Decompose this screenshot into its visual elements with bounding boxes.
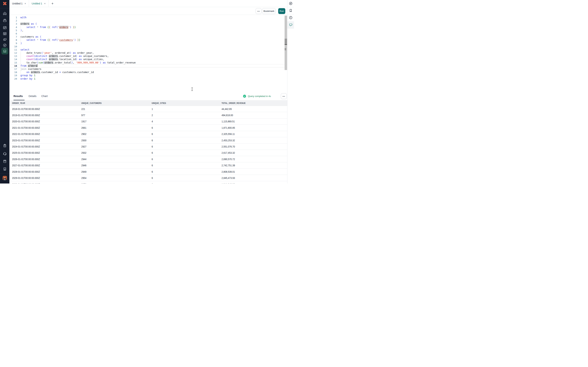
table-cell: 2028-01-01T00:00:00.000Z [12,170,81,173]
results-more-button[interactable]: ••• [281,93,287,99]
code-line-9[interactable]: 9) [9,42,287,45]
home-icon [3,11,7,16]
code-line-4[interactable]: 4 select * from {{ ref('orders') }} [9,25,287,29]
table-row-13[interactable]: 2030-01-01T00:00:00.000Z287961,841,049.3… [9,181,287,184]
sidebar-item-projects[interactable] [0,18,9,23]
dashboard-grid-icon [3,25,7,30]
divider [0,24,9,24]
close-icon[interactable]: × [44,2,46,5]
sidebar-item-dashboards[interactable] [0,25,9,30]
cell-value: 2,551,076.70 [222,145,235,148]
editor-tab-1[interactable]: Untitled 1× [9,0,29,7]
sidebar-item-support[interactable] [0,151,9,156]
table-cell: 2,453,253.32 [222,139,287,142]
close-icon[interactable]: × [25,2,26,5]
table-cell: 221 [81,108,152,110]
user-avatar[interactable] [0,176,9,180]
table-cell: 6 [152,151,222,154]
sidebar-item-changelog[interactable] [0,144,9,148]
table-row-8[interactable]: 2025-01-01T00:00:00.000Z293262,617,453.3… [9,150,287,156]
cell-value: 2029-01-01T00:00:00.000Z [12,176,40,179]
code-text: order by 1 [20,77,35,80]
table-row-5[interactable]: 2022-01-01T00:00:00.000Z290262,325,556.1… [9,131,287,137]
code-line-1[interactable]: 1with [9,16,287,19]
code-line-2[interactable]: 2 [9,19,287,22]
compass-icon [3,43,7,47]
more-options-button[interactable]: ••• [256,8,261,14]
sidebar-item-terminal-active[interactable] [0,49,9,53]
line-number: 6 [9,32,17,35]
code-line-11[interactable]: 11select [9,48,287,51]
results-tab-chart[interactable]: Chart [41,92,48,100]
line-number: 16 [9,64,17,67]
table-row-3[interactable]: 2020-01-01T00:00:00.000Z191741,115,869.5… [9,118,287,125]
table-row-10[interactable]: 2027-01-01T00:00:00.000Z294662,742,751.3… [9,162,287,169]
table-row-4[interactable]: 2021-01-01T00:00:00.000Z266161,871,800.8… [9,125,287,131]
column-header-unique_cities[interactable]: UNIQUE_CITIES [152,102,222,104]
table-row-2[interactable]: 2019-01-01T00:00:00.000Z9772494,818.00 [9,112,287,118]
editor-scrollbar-thumb[interactable] [285,39,287,44]
editor-tab-2[interactable]: Untitled 1× [29,0,48,7]
table-row-6[interactable]: 2023-01-01T00:00:00.000Z293062,453,253.3… [9,137,287,143]
table-cell: 977 [81,114,152,117]
code-text: count(distinct orders.location_id) as un… [20,58,104,61]
column-header-unique_customers[interactable]: UNIQUE_CUSTOMERS [81,102,152,104]
table-row-9[interactable]: 2026-01-01T00:00:00.000Z294462,690,570.7… [9,156,287,162]
code-line-3[interactable]: 3orders as ( [9,22,287,25]
bookmark-button[interactable]: Bookmark [262,8,276,14]
table-cell: 2027-01-01T00:00:00.000Z [12,164,81,167]
query-status: Query completed in 4s [243,92,271,100]
sidebar-item-docs[interactable] [0,159,9,163]
code-text: ) [20,42,22,45]
cell-value: 6 [152,158,153,161]
code-line-5[interactable]: 5), [9,29,287,32]
right-item-explore[interactable] [287,1,294,6]
table-row-7[interactable]: 2024-01-01T00:00:00.000Z292762,551,076.7… [9,143,287,150]
column-header-total_order_revenue[interactable]: TOTAL_ORDER_REVENUE [222,102,287,104]
sidebar-item-apps[interactable] [0,37,9,42]
new-tab-button[interactable]: + [49,0,56,7]
code-line-16[interactable]: 16from orders [9,64,287,67]
cell-value: 6 [152,126,153,129]
code-text: group by 1 [20,74,35,77]
code-text: ), [20,29,23,32]
divider [0,17,9,17]
code-line-18[interactable]: 18 on orders.customer_id = customers.cus… [9,71,287,74]
code-line-12[interactable]: 12 date_trunc('year', ordered_at) as ord… [9,51,287,54]
sidebar-item-organization[interactable] [0,167,9,171]
column-header-order_year[interactable]: ORDER_YEAR [12,102,81,104]
code-line-14[interactable]: 14 count(distinct orders.location_id) as… [9,58,287,61]
table-row-11[interactable]: 2028-01-01T00:00:00.000Z294962,808,539.0… [9,169,287,175]
right-item-history[interactable] [287,16,294,20]
right-item-bookmarks[interactable] [287,8,294,13]
editor-scrollbar-track[interactable] [285,16,287,70]
table-cell: 2022-01-01T00:00:00.000Z [12,133,81,135]
sidebar-item-explore[interactable] [0,43,9,47]
table-cell: 2023-01-01T00:00:00.000Z [12,139,81,142]
code-line-15[interactable]: 15 to_char(sum(orders.order_total), '999… [9,61,287,64]
results-tab-details[interactable]: Details [29,92,36,100]
ellipsis-icon: ••• [283,95,285,97]
run-button[interactable]: Run [278,8,285,14]
table-row-1[interactable]: 2018-01-01T00:00:00.000Z221144,442.65 [9,106,287,112]
code-line-8[interactable]: 8 select * from {{ ref('customers') }} [9,38,287,42]
sidebar-item-home[interactable] [0,11,9,16]
table-row-12[interactable]: 2029-01-01T00:00:00.000Z295462,845,473.9… [9,175,287,181]
code-line-7[interactable]: 7customers as ( [9,35,287,38]
code-line-19[interactable]: 19group by 1 [9,74,287,77]
sql-editor[interactable]: 1with23orders as (4 select * from {{ ref… [9,15,287,92]
cell-value: 2024-01-01T00:00:00.000Z [12,145,40,148]
code-text: from orders [20,64,37,67]
code-line-10[interactable]: 10 [9,45,287,48]
app-logo[interactable] [0,0,9,7]
code-line-6[interactable]: 6 [9,32,287,35]
bookmark-button-label: Bookmark [263,10,274,12]
right-item-ai-assistant[interactable] [287,23,294,27]
sidebar-item-code-editor[interactable] [0,32,9,36]
divider [287,14,294,14]
code-line-20[interactable]: 20order by 1 [9,77,287,80]
main-area: Untitled 1×Untitled 1×+ ••• Bookmark Run… [9,0,287,184]
code-line-17[interactable]: 17join customers [9,67,287,71]
code-line-13[interactable]: 13 count(distinct orders.customer_id) as… [9,54,287,58]
results-tab-results[interactable]: Results [14,92,23,100]
